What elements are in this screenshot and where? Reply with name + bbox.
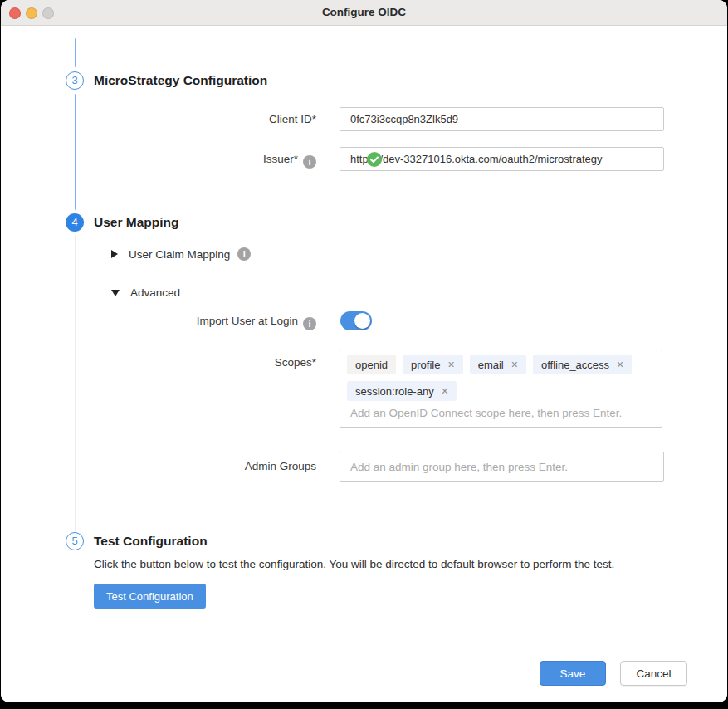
issuer-input[interactable] bbox=[340, 147, 664, 171]
scope-tag: profile× bbox=[403, 354, 463, 374]
import-user-label-text: Import User at Login bbox=[197, 315, 298, 327]
scope-tag: openid bbox=[347, 354, 396, 374]
valid-check-icon bbox=[367, 152, 382, 167]
client-id-input[interactable] bbox=[340, 107, 664, 131]
user-claim-mapping-toggle[interactable]: User Claim Mapping i bbox=[111, 247, 251, 261]
scope-tag-label: session:role-any bbox=[355, 385, 434, 398]
remove-scope-icon[interactable]: × bbox=[511, 359, 518, 370]
scope-tag: email× bbox=[470, 354, 526, 374]
window-title: Configure OIDC bbox=[1, 0, 727, 25]
section-title-user-mapping: User Mapping bbox=[94, 215, 178, 230]
scope-tag-label: profile bbox=[411, 359, 440, 371]
cancel-button[interactable]: Cancel bbox=[620, 661, 687, 686]
scope-tag-label: openid bbox=[355, 359, 388, 371]
test-configuration-button[interactable]: Test Configuration bbox=[94, 584, 206, 609]
configure-oidc-dialog: Configure OIDC 3 MicroStrategy Configura… bbox=[1, 0, 727, 702]
collapse-arrow-icon bbox=[111, 290, 120, 296]
scopes-input[interactable]: openidprofile×email×offline_access×sessi… bbox=[340, 350, 662, 428]
scope-tag-label: email bbox=[478, 359, 504, 371]
section-title-test-configuration: Test Configuration bbox=[94, 534, 208, 549]
step-5-badge: 5 bbox=[66, 532, 84, 550]
title-bar: Configure OIDC bbox=[1, 0, 727, 26]
expand-arrow-icon bbox=[111, 250, 118, 258]
client-id-label: Client ID* bbox=[100, 107, 316, 131]
admin-groups-label: Admin Groups bbox=[100, 452, 316, 482]
toggle-knob bbox=[354, 313, 370, 329]
advanced-label: Advanced bbox=[130, 286, 180, 299]
import-user-label: Import User at Logini bbox=[100, 311, 316, 330]
import-user-toggle[interactable] bbox=[340, 311, 372, 330]
stepper-line-bottom bbox=[75, 235, 76, 531]
stepper-line-mid bbox=[75, 94, 76, 210]
save-button[interactable]: Save bbox=[540, 661, 606, 686]
scope-tag-label: offline_access bbox=[541, 359, 609, 371]
scopes-placeholder: Add an OpenID Connect scope here, then p… bbox=[350, 407, 655, 419]
issuer-label-text: Issuer* bbox=[263, 153, 298, 165]
admin-groups-input[interactable] bbox=[340, 452, 664, 482]
section-title-microstrategy: MicroStrategy Configuration bbox=[94, 73, 267, 88]
scope-tag: session:role-any× bbox=[347, 381, 457, 401]
user-claim-mapping-label: User Claim Mapping bbox=[129, 248, 230, 261]
issuer-label: Issuer*i bbox=[100, 147, 316, 171]
info-icon[interactable]: i bbox=[303, 317, 316, 330]
step-4-badge: 4 bbox=[66, 213, 84, 232]
remove-scope-icon[interactable]: × bbox=[617, 359, 623, 370]
advanced-toggle[interactable]: Advanced bbox=[111, 286, 180, 299]
info-icon[interactable]: i bbox=[303, 155, 316, 169]
scope-tag: offline_access× bbox=[533, 354, 632, 374]
dialog-content: 3 MicroStrategy Configuration Client ID*… bbox=[1, 26, 727, 702]
remove-scope-icon[interactable]: × bbox=[442, 385, 448, 397]
stepper-line-top bbox=[75, 38, 76, 67]
remove-scope-icon[interactable]: × bbox=[447, 359, 454, 370]
scopes-label: Scopes* bbox=[100, 353, 316, 373]
step-3-badge: 3 bbox=[66, 71, 84, 90]
info-icon[interactable]: i bbox=[237, 247, 251, 261]
scopes-tag-list: openidprofile×email×offline_access×sessi… bbox=[347, 354, 655, 401]
test-description: Click the button below to test the confi… bbox=[94, 558, 614, 570]
